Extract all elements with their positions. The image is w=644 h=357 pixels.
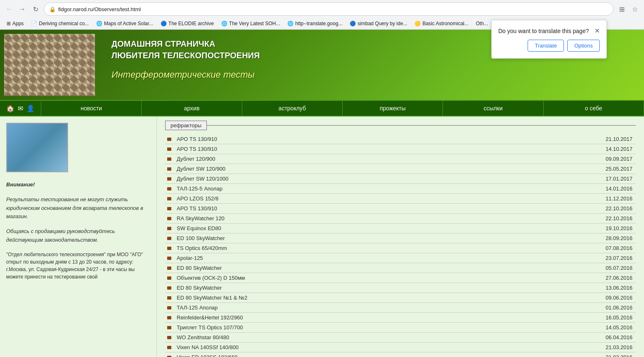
item-name[interactable]: Apolar-125: [173, 253, 508, 263]
bookmark-other[interactable]: Oth...: [473, 19, 491, 28]
sidebar-attention: Внимание!: [6, 181, 150, 189]
circle-icon-6: 🔵: [350, 21, 356, 26]
bookmark-2[interactable]: 🌐 Maps of Active Solar...: [93, 19, 156, 28]
site-header-image: [4, 34, 95, 96]
nav-astroklub[interactable]: астроклуб: [242, 101, 343, 116]
translate-options-button[interactable]: Options: [567, 40, 600, 52]
item-link[interactable]: Дублет SW 120/1000: [177, 176, 228, 182]
nav-prozhekty[interactable]: прожекты: [343, 101, 443, 116]
item-name[interactable]: Триплет TS Optics 107/700: [173, 323, 508, 333]
item-link[interactable]: Vixen NA 140SSf 140/800: [177, 344, 239, 350]
bookmark-5[interactable]: 🌐 http--translate.goog...: [284, 19, 346, 28]
item-name[interactable]: Vixen ED 102SS 102/660: [173, 352, 508, 357]
item-link[interactable]: APO TS 130/910: [177, 146, 217, 152]
item-name[interactable]: ED 80 SkyWatcher: [173, 283, 508, 293]
bullet-square-icon: [167, 227, 171, 230]
item-name[interactable]: Объектив (ОСК-2) D 150мм: [173, 273, 508, 283]
sidebar: Внимание! Результаты тестирования не мог…: [0, 117, 157, 357]
item-link[interactable]: RA SkyWatcher 120: [177, 215, 225, 221]
item-link[interactable]: ED 100 SkyWatcher: [177, 235, 225, 241]
item-link[interactable]: Объектив (ОСК-2) D 150мм: [177, 275, 245, 281]
bookmark-3[interactable]: 🔵 The ELODIE archive: [157, 19, 217, 28]
item-link[interactable]: Триплет TS Optics 107/700: [177, 324, 243, 331]
table-row: ED 80 SkyWatcher 13.06.2016: [165, 283, 636, 293]
header-image-placeholder: [4, 34, 95, 96]
item-link[interactable]: Vixen ED 102SS 102/660: [177, 354, 237, 357]
item-name[interactable]: WO Zenithstar 80/480: [173, 333, 508, 343]
item-link[interactable]: TS Optics 65/420mm: [177, 245, 227, 251]
forward-button[interactable]: →: [17, 3, 28, 15]
nav-o-sebe[interactable]: о себе: [544, 101, 644, 116]
bullet-square-icon: [167, 267, 171, 270]
item-name[interactable]: Дублет SW 120/900: [173, 164, 508, 174]
item-name[interactable]: APO LZOS 152/8: [173, 194, 508, 204]
nav-novosti[interactable]: новости: [41, 101, 142, 116]
home-icon[interactable]: 🏠: [6, 105, 14, 112]
item-name[interactable]: APO TS 130/910: [173, 204, 508, 214]
item-link[interactable]: Дублет 120/900: [177, 156, 215, 162]
item-link[interactable]: ED 80 SkyWatcher: [177, 285, 222, 291]
item-link[interactable]: Reinfelder&Hertel 192/2960: [177, 314, 243, 321]
bullet-square-icon: [167, 276, 171, 280]
bookmark-1[interactable]: 📄 Deriving chemical co...: [28, 19, 92, 28]
item-name[interactable]: RA SkyWatcher 120: [173, 214, 508, 224]
item-link[interactable]: ТАЛ-125-5 Аполар: [177, 186, 223, 192]
item-name[interactable]: SW Equinox ED80: [173, 224, 508, 233]
table-row: Vixen NA 140SSf 140/800 21.03.2016: [165, 343, 636, 352]
section-title: рефракторы: [165, 121, 207, 130]
item-link[interactable]: APO LZOS 152/8: [177, 195, 218, 202]
translate-button[interactable]: Translate: [528, 40, 564, 52]
item-link[interactable]: SW Equinox ED80: [177, 225, 221, 231]
bookmark-apps[interactable]: ⊞ Apps: [3, 19, 27, 28]
bullet-square-icon: [167, 138, 171, 141]
extensions-button[interactable]: ⊞: [616, 3, 627, 15]
item-name[interactable]: APO TS 130/910: [173, 134, 508, 144]
item-name[interactable]: ТАЛ-125-5 Аполар: [173, 184, 508, 194]
item-name[interactable]: ED 100 SkyWatcher: [173, 233, 508, 243]
bullet-square-icon: [167, 177, 171, 181]
item-link[interactable]: WO Zenithstar 80/480: [177, 334, 229, 340]
item-bullet: [165, 263, 173, 273]
translate-close-button[interactable]: ✕: [594, 27, 600, 35]
table-row: Дублет 120/900 09.09.2017: [165, 154, 636, 164]
bookmark-button[interactable]: ☆: [629, 3, 641, 15]
item-link[interactable]: Дублет SW 120/900: [177, 166, 225, 172]
user-icon[interactable]: 👤: [26, 105, 35, 112]
item-name[interactable]: ТАЛ-125 Аполар: [173, 303, 508, 313]
nav-arkhiv[interactable]: архив: [142, 101, 242, 116]
table-row: Триплет TS Optics 107/700 14.05.2016: [165, 323, 636, 333]
item-link[interactable]: ТАЛ-125 Аполар: [177, 305, 218, 311]
item-link[interactable]: ED 80 SkyWatcher: [177, 265, 222, 271]
item-name[interactable]: Дублет 120/900: [173, 154, 508, 164]
item-name[interactable]: ED 80 SkyWatcher №1 & №2: [173, 293, 508, 303]
back-button[interactable]: ←: [3, 3, 15, 15]
table-row: ТАЛ-125 Аполар 01.06.2016: [165, 303, 636, 313]
item-name[interactable]: Дублет SW 120/1000: [173, 174, 508, 184]
item-link[interactable]: ED 80 SkyWatcher №1 & №2: [177, 295, 247, 301]
item-name[interactable]: APO TS 130/910: [173, 144, 508, 154]
item-date: 19.10.2016: [508, 224, 636, 233]
table-row: WO Zenithstar 80/480 06.04.2016: [165, 333, 636, 343]
item-link[interactable]: Apolar-125: [177, 255, 203, 261]
bookmark-4[interactable]: 🌐 The Very Latest SOH...: [218, 19, 283, 28]
nav-ssylki[interactable]: ссылки: [443, 101, 543, 116]
item-link[interactable]: APO TS 130/910: [177, 205, 217, 212]
table-row: Дублет SW 120/900 25.05.2017: [165, 164, 636, 174]
item-date: 23.07.2016: [508, 253, 636, 263]
item-name[interactable]: Vixen NA 140SSf 140/800: [173, 343, 508, 352]
site-title: ДОМАШНЯЯ СТРАНИЧКА ЛЮБИТЕЛЯ ТЕЛЕСКОПОСТР…: [111, 38, 260, 61]
address-input[interactable]: [58, 6, 608, 12]
sidebar-paragraph2: Общаясь с продавцами руководствуйтесь де…: [6, 227, 150, 245]
reload-button[interactable]: ↻: [30, 3, 41, 15]
nav-buttons: ← → ↻: [3, 3, 41, 15]
item-name[interactable]: TS Optics 65/420mm: [173, 243, 508, 253]
item-link[interactable]: APO TS 130/910: [177, 136, 217, 142]
item-name[interactable]: Reinfelder&Hertel 192/2960: [173, 313, 508, 323]
circle-icon-7: 🟡: [414, 21, 421, 26]
site-title-line2: ЛЮБИТЕЛЯ ТЕЛЕСКОПОСТРОЕНИЯ: [111, 51, 260, 60]
mail-icon[interactable]: ✉: [18, 105, 23, 112]
bookmark-7[interactable]: 🟡 Basic Astronomical...: [411, 19, 471, 28]
bookmark-6[interactable]: 🔵 simbad Query by ide...: [346, 19, 410, 28]
item-name[interactable]: ED 80 SkyWatcher: [173, 263, 508, 273]
item-bullet: [165, 333, 173, 343]
